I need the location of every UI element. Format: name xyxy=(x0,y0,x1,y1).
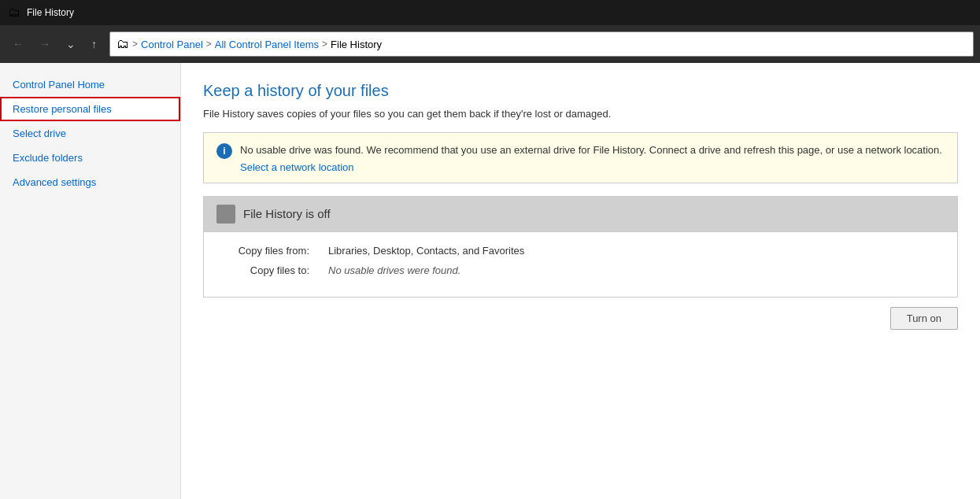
turn-on-button[interactable]: Turn on xyxy=(890,307,958,330)
title-bar-icon: 🗂 xyxy=(8,6,20,20)
copy-from-label: Copy files from: xyxy=(223,245,309,257)
sidebar-item-restore-personal-files[interactable]: Restore personal files xyxy=(0,97,180,121)
back-icon: ← xyxy=(13,38,24,50)
info-icon: i xyxy=(216,143,232,159)
breadcrumb-all-items[interactable]: All Control Panel Items xyxy=(215,39,319,50)
sidebar-item-exclude-folders[interactable]: Exclude folders xyxy=(0,146,180,170)
sidebar-item-control-panel-home[interactable]: Control Panel Home xyxy=(0,72,180,97)
copy-to-row: Copy files to: No usable drives were fou… xyxy=(223,264,938,276)
status-title: File History is off xyxy=(243,207,331,220)
breadcrumb-sep-2: > xyxy=(206,39,212,50)
sidebar: Control Panel Home Restore personal file… xyxy=(0,63,181,499)
status-box: File History is off Copy files from: Lib… xyxy=(203,196,958,298)
copy-to-label: Copy files to: xyxy=(223,264,309,276)
forward-button[interactable]: → xyxy=(33,33,57,55)
sidebar-item-select-drive[interactable]: Select drive xyxy=(0,121,180,146)
breadcrumb-control-panel[interactable]: Control Panel xyxy=(141,39,203,50)
select-network-location-link[interactable]: Select a network location xyxy=(240,161,942,173)
content-area: Keep a history of your files File Histor… xyxy=(181,63,980,499)
status-body: Copy files from: Libraries, Desktop, Con… xyxy=(204,231,957,297)
copy-from-value: Libraries, Desktop, Contacts, and Favori… xyxy=(328,245,524,257)
up-button[interactable]: ↑ xyxy=(85,33,103,55)
status-icon xyxy=(216,205,235,224)
status-header: File History is off xyxy=(204,197,957,231)
warning-box: i No usable drive was found. We recommen… xyxy=(203,132,958,183)
breadcrumb-sep-3: > xyxy=(322,39,327,50)
copy-from-row: Copy files from: Libraries, Desktop, Con… xyxy=(223,245,938,257)
breadcrumb: 🗂 > Control Panel > All Control Panel It… xyxy=(109,31,974,57)
breadcrumb-sep-1: > xyxy=(132,39,138,50)
main-layout: Control Panel Home Restore personal file… xyxy=(0,63,980,499)
breadcrumb-folder-icon: 🗂 xyxy=(116,37,129,51)
copy-to-value: No usable drives were found. xyxy=(328,264,460,276)
title-bar: 🗂 File History xyxy=(0,0,980,25)
back-button[interactable]: ← xyxy=(6,33,30,55)
warning-content: No usable drive was found. We recommend … xyxy=(240,142,942,173)
page-title: Keep a history of your files xyxy=(203,82,958,100)
nav-bar: ← → ⌄ ↑ 🗂 > Control Panel > All Control … xyxy=(0,25,980,63)
warning-message: No usable drive was found. We recommend … xyxy=(240,144,942,156)
actions-bar: Turn on xyxy=(203,307,958,330)
dropdown-icon: ⌄ xyxy=(66,38,76,50)
sidebar-item-advanced-settings[interactable]: Advanced settings xyxy=(0,170,180,194)
up-icon: ↑ xyxy=(91,38,97,50)
breadcrumb-file-history: File History xyxy=(331,39,382,50)
page-description: File History saves copies of your files … xyxy=(203,108,958,120)
dropdown-button[interactable]: ⌄ xyxy=(60,33,82,55)
title-bar-text: File History xyxy=(27,7,74,18)
forward-icon: → xyxy=(39,38,50,50)
